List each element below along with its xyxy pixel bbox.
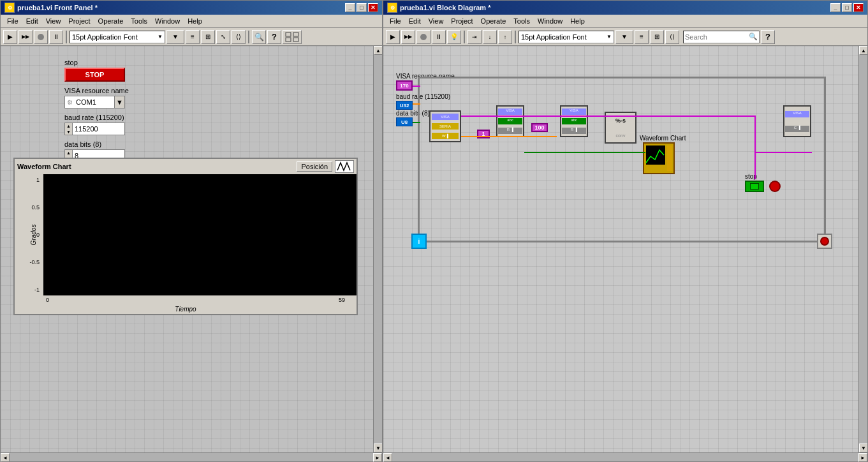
bd-vscroll[interactable]: ▲ ▼	[858, 46, 867, 452]
menu-edit[interactable]: Edit	[22, 16, 42, 26]
menu-view[interactable]: View	[42, 16, 65, 26]
wire-visa-ext	[413, 86, 420, 87]
abort-button[interactable]	[34, 30, 48, 44]
bd-pause-button[interactable]: ⏸	[432, 30, 446, 44]
menu-help[interactable]: Help	[184, 16, 206, 26]
font-dropdown-icon[interactable]: ▼	[158, 34, 163, 40]
data-bits-label: data bits (8)	[64, 140, 129, 148]
bd-menu-project[interactable]: Project	[447, 16, 476, 26]
bd-run-cont-button[interactable]: ▶▶	[401, 30, 415, 44]
grid-btn[interactable]	[283, 30, 302, 44]
bd-distribute-btn[interactable]: ⊞	[650, 30, 664, 44]
y-min-label: -1	[15, 287, 42, 293]
font-selector[interactable]: 15pt Application Font ▼	[70, 31, 165, 43]
baud-down-arrow[interactable]: ▼	[65, 129, 72, 135]
close-button[interactable]: ✕	[368, 3, 378, 12]
bd-probe-button[interactable]: 💡	[447, 30, 461, 44]
baud-rate-input[interactable]: ▲ ▼ 115200	[64, 123, 125, 135]
menu-project[interactable]: Project	[64, 16, 94, 26]
bd-font-selector[interactable]: 15pt Application Font ▼	[519, 31, 614, 43]
posicion-button[interactable]: Posición	[297, 161, 332, 172]
run-button[interactable]: ▶	[3, 30, 17, 44]
scroll-left-btn[interactable]: ◄	[1, 453, 10, 462]
bd-menu-file[interactable]: File	[386, 16, 405, 26]
help-btn[interactable]: ?	[267, 30, 281, 44]
bd-toolbar-sep-2	[515, 31, 516, 43]
distribute-btn[interactable]: ⊞	[201, 30, 215, 44]
bd-step-into[interactable]: ↓	[483, 30, 497, 44]
bd-close-button[interactable]: ✕	[853, 3, 864, 12]
bd-scroll-left-btn[interactable]: ◄	[383, 453, 392, 462]
bd-scroll-track-h[interactable]	[392, 453, 858, 461]
scroll-right-btn[interactable]: ►	[373, 453, 382, 462]
x-start-label: 0	[46, 297, 49, 303]
front-panel-hscroll[interactable]: ◄ ►	[1, 452, 382, 461]
front-panel-vscroll[interactable]: ▲ ▼	[373, 46, 382, 452]
bd-reorder-btn[interactable]: ⟨⟩	[665, 30, 679, 44]
bd-align-btn[interactable]: ≡	[635, 30, 649, 44]
pause-button[interactable]: ⏸	[49, 30, 63, 44]
align-btn[interactable]: ≡	[186, 30, 200, 44]
bd-menu-help[interactable]: Help	[566, 16, 589, 26]
bd-scroll-track-v[interactable]	[859, 55, 867, 443]
maximize-button[interactable]: □	[357, 3, 367, 12]
menu-tools[interactable]: Tools	[127, 16, 151, 26]
front-panel-toolbar: ▶ ▶▶ ⏸ 15pt Application Font ▼ ▼ ≡ ⊞ ⤡ ⟨…	[1, 28, 382, 46]
visa-dropdown[interactable]: ⚙ COM1 ▼	[64, 96, 125, 108]
bd-run-button[interactable]: ▶	[386, 30, 400, 44]
search-icon[interactable]: 🔍	[749, 33, 758, 41]
bd-step-over[interactable]: ⇥	[467, 30, 482, 44]
bd-menu-tools[interactable]: Tools	[510, 16, 534, 26]
bd-title-bar: ⚙ prueba1.vi Block Diagram * _ □ ✕	[383, 1, 867, 15]
visa-dropdown-arrow[interactable]: ▼	[114, 96, 124, 108]
bd-title: prueba1.vi Block Diagram *	[400, 4, 490, 11]
bd-menu-edit[interactable]: Edit	[405, 16, 425, 26]
databits-up-arrow[interactable]: ▲	[65, 150, 72, 156]
bd-abort-button[interactable]	[416, 30, 430, 44]
bd-menu-view[interactable]: View	[425, 16, 448, 26]
baud-up-arrow[interactable]: ▲	[65, 123, 72, 129]
scroll-up-btn[interactable]: ▲	[374, 46, 382, 55]
bd-minimize-button[interactable]: _	[830, 3, 841, 12]
resize-btn[interactable]: ⤡	[216, 30, 230, 44]
front-panel-window: ⚙ prueba1.vi Front Panel * _ □ ✕ File Ed…	[0, 0, 383, 462]
bd-font-dropdown-icon[interactable]: ▼	[607, 34, 612, 40]
bd-help-btn[interactable]: ?	[761, 30, 775, 44]
svg-rect-1	[293, 33, 298, 36]
visa-resource-label: VISA resource name	[64, 87, 129, 94]
bd-font-size-btn[interactable]: ▼	[615, 30, 633, 44]
wire-db-ext	[413, 122, 420, 123]
bd-menu-window[interactable]: Window	[534, 16, 566, 26]
font-name: 15pt Application Font	[72, 33, 138, 41]
stop-button[interactable]: STOP	[64, 68, 125, 82]
bd-menu-operate[interactable]: Operate	[477, 16, 510, 26]
toolbar-sep-1	[66, 31, 67, 43]
scroll-track-h[interactable]	[10, 453, 373, 461]
stop-label: stop	[64, 59, 129, 66]
menu-window[interactable]: Window	[151, 16, 184, 26]
menu-file[interactable]: File	[3, 16, 22, 26]
bd-step-out[interactable]: ↑	[498, 30, 512, 44]
svg-rect-6	[667, 145, 672, 171]
reorder-btn[interactable]: ⟨⟩	[232, 30, 246, 44]
y-mid-high-label: 0.5	[15, 204, 42, 211]
minimize-button[interactable]: _	[345, 3, 355, 12]
bd-scroll-up-btn[interactable]: ▲	[859, 46, 867, 55]
bd-scroll-right-btn[interactable]: ►	[858, 453, 867, 462]
bd-scroll-down-btn[interactable]: ▼	[859, 443, 867, 452]
zoom-btn[interactable]: 🔍	[252, 30, 266, 44]
loop-counter: i	[411, 234, 427, 249]
menu-operate[interactable]: Operate	[94, 16, 128, 26]
scroll-track-v[interactable]	[374, 55, 382, 443]
search-input[interactable]	[685, 33, 749, 41]
font-size-btn[interactable]: ▼	[166, 30, 184, 44]
scroll-down-btn[interactable]: ▼	[374, 443, 382, 452]
svg-rect-2	[286, 38, 291, 41]
run-continuously-button[interactable]: ▶▶	[18, 30, 33, 44]
wave-type-button[interactable]	[335, 160, 354, 173]
bd-hscroll[interactable]: ◄ ►	[383, 452, 867, 461]
bd-maximize-button[interactable]: □	[842, 3, 852, 12]
wire-baud-ext	[413, 103, 420, 105]
search-box[interactable]: 🔍	[683, 31, 760, 43]
x-end-label: 59	[339, 297, 345, 303]
